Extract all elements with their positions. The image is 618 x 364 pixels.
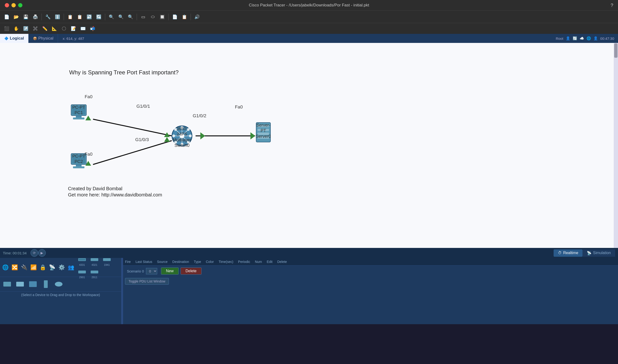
col-edit: Edit — [267, 260, 272, 264]
save-icon[interactable]: 💾 — [21, 13, 30, 21]
move-tool-icon[interactable]: ✋ — [12, 24, 21, 33]
email-icon[interactable]: ✉️ — [79, 24, 87, 33]
toggle-pdu-button[interactable]: Toggle PDU List Window — [125, 278, 169, 285]
pdu-toolbar: Scenario 0 0 New Delete — [123, 266, 618, 276]
add-simple-pdu-icon[interactable]: 〇 — [60, 24, 68, 33]
simulation-button[interactable]: 📡 Simulation — [582, 249, 615, 257]
undo-icon[interactable]: ↩️ — [85, 13, 94, 21]
svg-rect-42 — [3, 282, 11, 286]
svg-rect-39 — [103, 258, 111, 261]
question-text: Why is Spanning Tree Port Fast important… — [69, 69, 179, 76]
network-info-icon[interactable]: ℹ️ — [53, 13, 62, 21]
device-item-custom[interactable]: ⚙️ — [57, 261, 66, 274]
pc2-port-label: Fa0 — [85, 152, 93, 157]
switch-label: 3650-24PS Multilayer Switch0 — [171, 126, 193, 148]
device-item-multiuser[interactable]: 👥 — [67, 261, 75, 274]
device-item-type3[interactable] — [27, 278, 39, 290]
device-item-hub[interactable]: 🔌 — [20, 261, 28, 274]
coordinates-display: x: 614, y: 487 — [63, 34, 84, 43]
device-item-type5[interactable] — [53, 278, 65, 290]
device-item-switch[interactable]: 🔀 — [10, 261, 19, 274]
network-canvas[interactable]: Why is Spanning Tree Port Fast important… — [0, 43, 618, 248]
svg-rect-11 — [76, 116, 81, 117]
new-file-icon[interactable]: 📄 — [2, 13, 11, 21]
svg-rect-16 — [73, 166, 84, 168]
inbox-icon[interactable]: 📬 — [88, 24, 97, 33]
delete-tool-icon[interactable]: ✖️ — [31, 24, 40, 33]
note-tool-icon[interactable]: ↗️ — [21, 24, 30, 33]
realtime-sim-buttons: ⏱ Realtime 📡 Simulation — [554, 249, 615, 257]
minimize-button[interactable] — [12, 3, 16, 7]
ellipse-icon[interactable]: ⬭ — [148, 13, 157, 21]
col-fire: Fire — [125, 260, 131, 264]
tab-logical[interactable]: 🔷 Logical — [0, 34, 29, 43]
network-icon: 🌐 — [587, 36, 591, 40]
open-file-icon[interactable]: 📂 — [12, 13, 21, 21]
print-icon[interactable]: 🖨️ — [31, 13, 40, 21]
delete-pdu-button[interactable]: Delete — [181, 267, 202, 275]
avatar-icon: 👤 — [593, 36, 598, 40]
view-tabbar: 🔷 Logical 📦 Physical x: 614, y: 487 Root… — [0, 34, 618, 43]
device-item-security[interactable]: 🔒 — [38, 261, 47, 274]
device-item-wan-emu[interactable]: 📡 — [48, 261, 56, 274]
select-tool-icon[interactable]: ⬛ — [2, 24, 11, 33]
play-button[interactable]: ▶ — [38, 249, 46, 257]
switch-palette-icon: 🔀 — [12, 264, 18, 271]
text-icon[interactable]: 📋 — [180, 13, 189, 21]
zoom-reset-icon[interactable]: 🔍 — [117, 13, 125, 21]
device-item-type4[interactable] — [40, 278, 52, 290]
custom-device-icon: ⚙️ — [58, 264, 65, 271]
close-button[interactable] — [5, 3, 9, 7]
canvas-scrollbar[interactable] — [614, 43, 618, 248]
paste-icon[interactable]: 📋 — [75, 13, 84, 21]
rectangle-icon[interactable]: ▭ — [139, 13, 148, 21]
custom-icon[interactable]: 🔲 — [158, 13, 166, 21]
pc1-device[interactable]: PC-PT PC1 — [69, 104, 88, 120]
toolbar-separator6 — [190, 13, 191, 20]
tab-physical[interactable]: 📦 Physical — [29, 34, 58, 43]
device-type3-icon — [29, 281, 37, 287]
multiuser-icon: 👥 — [68, 264, 74, 271]
maximize-button[interactable] — [18, 3, 22, 7]
activity-wizard-icon[interactable]: 🔧 — [44, 13, 52, 21]
scrollbar-thumb[interactable] — [614, 43, 618, 58]
media-icon[interactable]: 🔊 — [193, 13, 201, 21]
svg-rect-38 — [91, 258, 98, 261]
zoom-in-icon[interactable]: 🔍 — [107, 13, 116, 21]
pdu-icon[interactable]: 📄 — [171, 13, 179, 21]
help-button[interactable]: ? — [611, 3, 613, 8]
pdu-panel: Fire Last Status Source Destination Type… — [123, 258, 618, 324]
device-4331[interactable]: 4331 — [76, 255, 88, 267]
toolbar-separator5 — [168, 13, 169, 20]
device-item-type2[interactable] — [14, 278, 26, 290]
scenario-select[interactable]: 0 — [146, 268, 157, 274]
device-item-wireless[interactable]: 📶 — [29, 261, 38, 274]
device-desc-area: (Select a Device to Drag and Drop to the… — [0, 291, 121, 324]
svg-rect-43 — [16, 282, 24, 286]
device-item-router[interactable]: 🌐 — [1, 261, 10, 274]
sync-icon: 🔄 — [573, 36, 577, 40]
g103-label: G1/0/3 — [135, 137, 149, 142]
resize-tool-icon[interactable]: 📐 — [50, 24, 59, 33]
svg-rect-15 — [76, 165, 81, 166]
device-item-type1[interactable] — [1, 278, 13, 290]
copy-icon[interactable]: 📋 — [66, 13, 74, 21]
credit-line2: Get more here: http://www.davidbombal.co… — [68, 192, 162, 198]
device-1941[interactable]: 1941 — [101, 255, 113, 267]
server-device[interactable]: Server-PT Server0 — [255, 122, 272, 143]
realtime-button[interactable]: ⏱ Realtime — [554, 249, 582, 257]
server-port-label: Fa0 — [235, 104, 243, 110]
reset-button[interactable]: ⟳ — [30, 249, 38, 257]
hub-icon: 🔌 — [21, 264, 27, 271]
redo-icon[interactable]: ↪️ — [94, 13, 103, 21]
switch-device[interactable]: 3650-24PS Multilayer Switch0 — [171, 125, 193, 147]
inspect-tool-icon[interactable]: ✏️ — [40, 24, 49, 33]
col-time: Time(sec) — [218, 260, 233, 264]
new-pdu-button[interactable]: New — [161, 267, 179, 275]
tabbar-right-section: Root 👤 🔄 ☁️ 🌐 👤 00:47:30 — [556, 34, 618, 43]
credit-line1: Created by David Bombal — [68, 186, 122, 191]
zoom-out-icon[interactable]: 🔍 — [126, 13, 135, 21]
add-complex-pdu-icon[interactable]: 📝 — [69, 24, 78, 33]
device-4321[interactable]: 4321 — [88, 255, 101, 267]
security-icon: 🔒 — [40, 264, 46, 271]
